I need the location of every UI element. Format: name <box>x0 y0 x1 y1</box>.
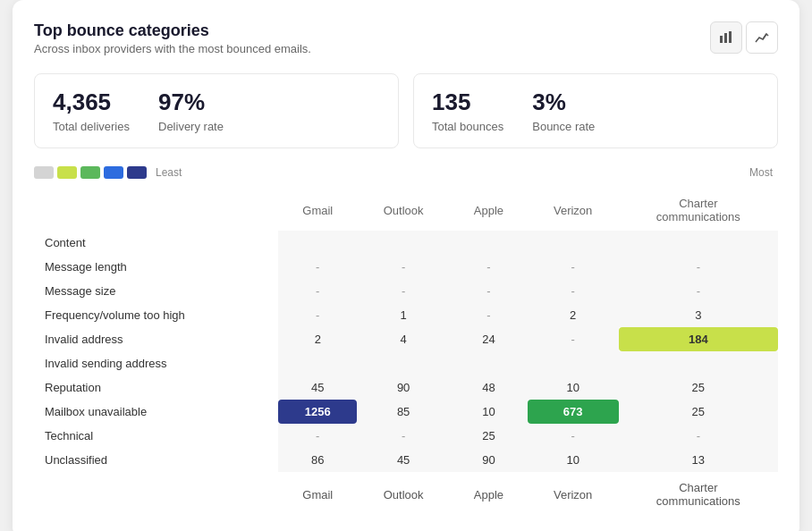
table-header-row: Gmail Outlook Apple Verizon Chartercommu… <box>34 190 778 231</box>
category-cell: Mailbox unavailable <box>34 400 278 424</box>
data-cell <box>450 351 528 375</box>
header-text: Top bounce categories Across inbox provi… <box>34 21 311 55</box>
card-title: Top bounce categories <box>34 21 311 40</box>
data-cell: - <box>528 424 619 448</box>
total-deliveries-label: Total deliveries <box>53 120 130 133</box>
legend-most-label: Most <box>749 166 773 179</box>
data-cell <box>278 231 357 255</box>
delivery-rate-stat: 97% Delivery rate <box>158 88 224 133</box>
data-cell: - <box>528 279 619 303</box>
table-row: Mailbox unavailable 1256 85 10 673 25 <box>34 400 778 424</box>
legend-color-2 <box>57 166 77 179</box>
data-cell: 45 <box>278 375 357 400</box>
data-cell <box>528 231 619 255</box>
total-bounces-stat: 135 Total bounces <box>432 88 503 133</box>
table-footer-row: Gmail Outlook Apple Verizon Chartercommu… <box>34 472 778 517</box>
data-cell: - <box>450 255 528 279</box>
table-row: Message length - - - - - <box>34 255 778 279</box>
deliveries-stat-box: 4,365 Total deliveries 97% Delivery rate <box>34 73 399 148</box>
data-cell: - <box>278 255 357 279</box>
data-cell <box>528 351 619 375</box>
data-cell <box>357 231 450 255</box>
svg-rect-2 <box>729 31 732 43</box>
data-cell: 13 <box>619 448 778 472</box>
footer-verizon: Verizon <box>528 472 619 517</box>
col-verizon: Verizon <box>528 190 619 231</box>
data-cell: 24 <box>450 327 528 351</box>
data-cell: - <box>278 303 357 327</box>
heatmap-legend: Least Most <box>34 166 778 179</box>
category-cell: Invalid address <box>34 327 278 351</box>
main-card: Top bounce categories Across inbox provi… <box>13 0 799 531</box>
line-chart-button[interactable] <box>746 21 778 54</box>
data-cell: - <box>278 279 357 303</box>
category-cell: Unclassified <box>34 448 278 472</box>
data-cell: - <box>357 424 450 448</box>
svg-rect-0 <box>720 36 723 43</box>
bounce-rate-value: 3% <box>532 88 595 116</box>
col-outlook: Outlook <box>357 190 450 231</box>
table-row: Invalid sending address <box>34 351 778 375</box>
data-cell: - <box>450 303 528 327</box>
data-cell <box>450 231 528 255</box>
category-cell: Message length <box>34 255 278 279</box>
legend-color-1 <box>34 166 54 179</box>
data-cell: 25 <box>450 424 528 448</box>
data-cell: 1256 <box>278 400 357 424</box>
chart-type-buttons <box>710 21 778 54</box>
data-cell: 2 <box>528 303 619 327</box>
bounce-categories-table: Gmail Outlook Apple Verizon Chartercommu… <box>34 190 778 517</box>
data-cell <box>619 351 778 375</box>
total-bounces-value: 135 <box>432 88 503 116</box>
category-cell: Frequency/volume too high <box>34 303 278 327</box>
bounce-rate-label: Bounce rate <box>532 120 595 133</box>
category-cell: Message size <box>34 279 278 303</box>
table-row: Invalid address 2 4 24 - 184 <box>34 327 778 351</box>
data-cell: 2 <box>278 327 357 351</box>
data-cell: - <box>278 424 357 448</box>
total-bounces-label: Total bounces <box>432 120 503 133</box>
data-cell <box>619 231 778 255</box>
data-cell: 25 <box>619 400 778 424</box>
footer-apple: Apple <box>450 472 528 517</box>
delivery-rate-label: Delivery rate <box>158 120 224 133</box>
data-cell: - <box>528 255 619 279</box>
col-apple: Apple <box>450 190 528 231</box>
data-cell: - <box>619 255 778 279</box>
data-cell: 90 <box>357 375 450 400</box>
data-cell: - <box>450 279 528 303</box>
legend-least-label: Least <box>156 166 182 179</box>
data-cell: 673 <box>528 400 619 424</box>
footer-empty <box>34 472 278 517</box>
stats-row: 4,365 Total deliveries 97% Delivery rate… <box>34 73 778 148</box>
data-cell <box>357 351 450 375</box>
data-cell: 4 <box>357 327 450 351</box>
bar-chart-button[interactable] <box>710 21 742 54</box>
data-cell: - <box>619 279 778 303</box>
footer-outlook: Outlook <box>357 472 450 517</box>
legend-color-4 <box>104 166 123 179</box>
data-cell: 10 <box>528 448 619 472</box>
data-cell: 10 <box>450 400 528 424</box>
data-cell: 86 <box>278 448 357 472</box>
data-cell: 45 <box>357 448 450 472</box>
total-deliveries-stat: 4,365 Total deliveries <box>53 88 130 133</box>
data-cell <box>278 351 357 375</box>
table-row: Unclassified 86 45 90 10 13 <box>34 448 778 472</box>
legend-color-3 <box>80 166 100 179</box>
data-cell: - <box>528 327 619 351</box>
data-cell: - <box>357 255 450 279</box>
table-row: Reputation 45 90 48 10 25 <box>34 375 778 400</box>
category-cell: Content <box>34 231 278 255</box>
bounce-table-container: Gmail Outlook Apple Verizon Chartercommu… <box>34 190 778 517</box>
legend-color-5 <box>127 166 147 179</box>
col-charter: Chartercommunications <box>619 190 778 231</box>
table-row: Message size - - - - - <box>34 279 778 303</box>
total-deliveries-value: 4,365 <box>53 88 130 116</box>
table-row: Technical - - 25 - - <box>34 424 778 448</box>
bounce-rate-stat: 3% Bounce rate <box>532 88 595 133</box>
col-category <box>34 190 278 231</box>
data-cell: - <box>619 424 778 448</box>
data-cell: 10 <box>528 375 619 400</box>
card-header: Top bounce categories Across inbox provi… <box>34 21 778 55</box>
